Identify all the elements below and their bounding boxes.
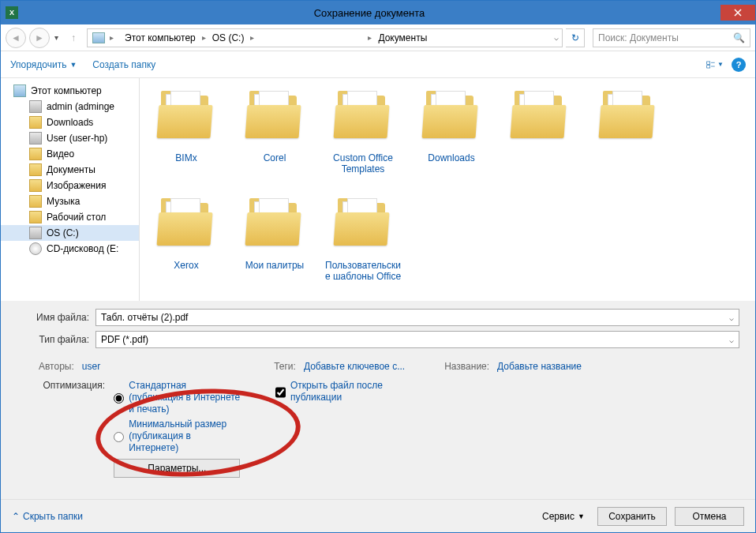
metadata-row: Авторы:user Теги:Добавьте ключевое с... … xyxy=(1,358,755,380)
radio-standard[interactable]: Стандартная (публикация в Интернете и пе… xyxy=(114,380,240,415)
search-input[interactable]: Поиск: Документы 🔍 xyxy=(593,28,750,47)
svg-rect-0 xyxy=(707,61,710,63)
folder-icon xyxy=(598,89,658,149)
cancel-button[interactable]: Отмена xyxy=(675,507,744,526)
explorer-body: Этот компьютер admin (adminge Downloads … xyxy=(1,78,755,301)
sidebar-item[interactable]: Изображения xyxy=(1,178,139,193)
folder-label: Corel xyxy=(264,152,286,163)
folder-icon xyxy=(333,197,393,257)
filename-label: Имя файла: xyxy=(17,312,89,323)
breadcrumb-seg[interactable]: OS (C:) xyxy=(208,29,249,47)
folder-item[interactable] xyxy=(498,86,582,189)
folder-icon xyxy=(156,197,216,257)
save-panel: Имя файла: Табл. отчёты (2).pdf⌵ Тип фай… xyxy=(1,301,755,508)
breadcrumb-seg[interactable]: Документы xyxy=(373,29,432,47)
hide-folders-button[interactable]: ⌃ Скрыть папки xyxy=(12,511,83,522)
title-value[interactable]: Добавьте название xyxy=(497,361,582,372)
folder-icon xyxy=(29,195,42,208)
navbar: ◄ ► ▾ ↑ ▸ Этот компьютер▸ OS (C:)▸ ▸ Док… xyxy=(1,24,755,51)
folder-label: Downloads xyxy=(428,152,474,163)
sidebar-item[interactable]: Downloads xyxy=(1,114,139,130)
sidebar-item[interactable]: User (user-hp) xyxy=(1,130,139,146)
back-button[interactable]: ◄ xyxy=(6,28,26,48)
save-dialog-window: X Сохранение документа ◄ ► ▾ ↑ ▸ Этот ко… xyxy=(0,0,756,533)
service-button[interactable]: Сервис ▼ xyxy=(542,511,585,522)
sidebar-item[interactable]: Рабочий стол xyxy=(1,209,139,225)
folder-item[interactable]: Пользовательские шаблоны Office xyxy=(321,193,405,296)
sidebar: Этот компьютер admin (adminge Downloads … xyxy=(1,78,140,301)
sidebar-item[interactable]: admin (adminge xyxy=(1,99,139,114)
filename-input[interactable]: Табл. отчёты (2).pdf⌵ xyxy=(95,309,739,326)
folder-item[interactable]: Downloads xyxy=(410,86,493,189)
drive-icon xyxy=(29,100,42,113)
options-row: Оптимизация: Стандартная (публикация в И… xyxy=(1,380,755,478)
address-bar[interactable]: ▸ Этот компьютер▸ OS (C:)▸ ▸ Документы ⌵ xyxy=(87,28,563,47)
filetype-select[interactable]: PDF (*.pdf)⌵ xyxy=(95,331,739,348)
help-button[interactable]: ? xyxy=(732,58,746,72)
search-placeholder: Поиск: Документы xyxy=(598,32,679,43)
folder-item[interactable]: Corel xyxy=(233,86,316,189)
sidebar-item[interactable]: CD-дисковод (E: xyxy=(1,241,139,257)
chevron-up-icon: ⌃ xyxy=(12,511,20,522)
folder-icon xyxy=(29,116,42,129)
drive-icon xyxy=(29,132,42,145)
address-dropdown[interactable]: ⌵ xyxy=(551,33,562,42)
footer: ⌃ Скрыть папки Сервис ▼ Сохранить Отмена xyxy=(1,499,755,532)
new-folder-button[interactable]: Создать папку xyxy=(92,59,155,70)
folder-icon xyxy=(156,89,216,149)
title-label: Название: xyxy=(444,361,489,372)
folder-icon xyxy=(29,211,42,223)
sidebar-item[interactable]: Документы xyxy=(1,162,139,178)
sidebar-item-this-pc[interactable]: Этот компьютер xyxy=(1,83,139,99)
tags-label: Теги: xyxy=(274,361,296,372)
folder-item[interactable]: BIMx xyxy=(144,86,228,189)
pc-icon xyxy=(13,84,26,97)
drive-icon xyxy=(29,227,42,239)
folder-icon xyxy=(29,163,42,176)
up-button[interactable]: ↑ xyxy=(63,28,84,48)
parameters-button[interactable]: Параметры... xyxy=(114,459,240,478)
breadcrumb-seg[interactable] xyxy=(256,29,366,47)
folder-label: Пользовательские шаблоны Office xyxy=(324,260,402,282)
radio-minimum[interactable]: Минимальный размер (публикация в Интерне… xyxy=(114,419,240,454)
excel-icon: X xyxy=(6,6,18,19)
folder-icon xyxy=(510,89,570,149)
authors-label: Авторы: xyxy=(39,361,74,372)
view-button[interactable]: ▼ xyxy=(706,56,724,73)
folder-label: Custom Office Templates xyxy=(324,152,402,175)
organize-button[interactable]: Упорядочить ▼ xyxy=(10,59,77,70)
folder-icon xyxy=(29,179,42,192)
disc-icon xyxy=(29,242,42,255)
folder-label: BIMx xyxy=(175,152,196,163)
folder-item[interactable]: Custom Office Templates xyxy=(321,86,405,189)
titlebar: X Сохранение документа xyxy=(1,1,755,24)
folder-item[interactable]: Мои палитры xyxy=(233,193,316,296)
svg-rect-1 xyxy=(707,65,710,67)
refresh-button[interactable]: ↻ xyxy=(566,28,585,47)
sidebar-item-os-c[interactable]: OS (C:) xyxy=(1,225,139,241)
folder-icon xyxy=(245,89,305,149)
save-button[interactable]: Сохранить xyxy=(597,507,667,526)
folder-icon xyxy=(29,148,42,160)
folder-icon xyxy=(333,89,393,149)
forward-button[interactable]: ► xyxy=(29,28,50,48)
authors-value[interactable]: user xyxy=(82,361,100,372)
breadcrumb-seg[interactable]: Этот компьютер xyxy=(120,29,200,47)
folder-view[interactable]: BIMx Corel Custom Office Templates Downl… xyxy=(140,78,755,301)
window-title: Сохранение документа xyxy=(18,7,720,19)
search-icon: 🔍 xyxy=(733,32,745,43)
tags-value[interactable]: Добавьте ключевое с... xyxy=(304,361,405,372)
folder-item[interactable]: Xerox xyxy=(144,193,228,296)
recent-chevron[interactable]: ▾ xyxy=(53,33,60,42)
sidebar-item[interactable]: Музыка xyxy=(1,193,139,209)
close-button[interactable] xyxy=(720,5,755,21)
folder-item[interactable] xyxy=(586,86,670,189)
toolbar: Упорядочить ▼ Создать папку ▼ ? xyxy=(1,51,755,78)
sidebar-item[interactable]: Видео xyxy=(1,146,139,162)
open-after-checkbox[interactable]: Открыть файл после публикации xyxy=(275,380,433,404)
filetype-label: Тип файла: xyxy=(17,334,89,345)
folder-icon xyxy=(421,89,481,149)
optimization-label: Оптимизация: xyxy=(39,380,111,391)
pc-icon xyxy=(92,32,105,43)
folder-label: Мои палитры xyxy=(245,260,305,271)
